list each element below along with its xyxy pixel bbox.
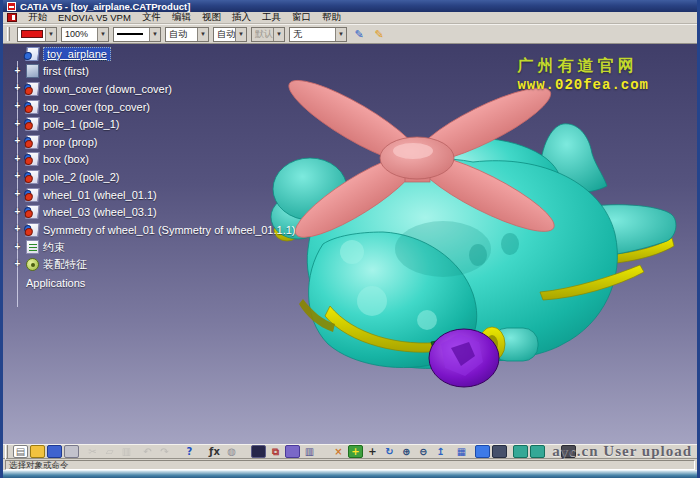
render-style-value: 默认	[255, 28, 273, 41]
expand-icon[interactable]: +	[13, 190, 22, 199]
tree-item-prop[interactable]: + prop (prop)	[8, 133, 296, 151]
open-folder-icon[interactable]	[30, 445, 45, 458]
point-style-combo[interactable]: 自动 ▼	[213, 27, 247, 42]
color-combo[interactable]: ▼	[17, 27, 57, 42]
tree-item-constraints[interactable]: + 约束	[8, 239, 296, 257]
capture-icon[interactable]	[561, 445, 576, 458]
expand-icon[interactable]: +	[13, 225, 22, 234]
fly-mode-icon[interactable]: ×	[331, 445, 346, 458]
expand-icon[interactable]: +	[13, 120, 22, 129]
expand-icon[interactable]: +	[13, 84, 22, 93]
tree-item-applications[interactable]: Applications	[8, 274, 296, 292]
paint-wizard-icon[interactable]: ✎	[371, 27, 387, 42]
part-icon	[25, 223, 39, 237]
wheel-assembly[interactable]	[429, 329, 499, 387]
cut-icon: ✂	[85, 445, 100, 458]
part-icon	[25, 135, 39, 149]
chevron-down-icon[interactable]: ▼	[149, 28, 160, 41]
3d-viewport[interactable]: 广州有道官网 www.020fea.com toy_airplane + fir…	[3, 44, 697, 444]
menu-enovia[interactable]: ENOVIA V5 VPM	[58, 12, 131, 23]
part-icon	[25, 205, 39, 219]
chat-icon[interactable]: ◍	[224, 445, 239, 458]
menu-start[interactable]: 开始	[28, 11, 47, 24]
normal-view-icon[interactable]: ↥	[433, 445, 448, 458]
data-structure-icon[interactable]: ▥	[302, 445, 317, 458]
rotate-icon[interactable]: ↻	[382, 445, 397, 458]
painter-brush-icon[interactable]: ✎	[351, 27, 367, 42]
part-icon	[25, 152, 39, 166]
component-icon	[26, 64, 39, 78]
layer-combo[interactable]: 无 ▼	[289, 27, 347, 42]
expand-icon[interactable]: +	[13, 172, 22, 181]
expand-icon[interactable]: +	[13, 67, 22, 76]
tree-item-symmetry-of-wheel-01[interactable]: + Symmetry of wheel_01 (Symmetry of whee…	[8, 221, 296, 239]
toolbar-grip[interactable]	[5, 445, 8, 459]
line-weight-combo[interactable]: 自动 ▼	[165, 27, 209, 42]
tree-item-pole-2[interactable]: + pole_2 (pole_2)	[8, 168, 296, 186]
tree-item-down-cover[interactable]: + down_cover (down_cover)	[8, 80, 296, 98]
part-icon	[25, 82, 39, 96]
graphic-properties-toolbar: ▼ 100% ▼ ▼ 自动 ▼ 自动 ▼ 默认 ▼ 无 ▼ ✎ ✎	[3, 24, 697, 44]
tree-item-box[interactable]: + box (box)	[8, 151, 296, 169]
menu-help[interactable]: 帮助	[322, 11, 341, 24]
expand-icon[interactable]: +	[13, 243, 22, 252]
catalog-browser-icon[interactable]	[285, 445, 300, 458]
screen-tips-icon[interactable]	[251, 445, 266, 458]
tree-item-top-cover[interactable]: + top_cover (top_cover)	[8, 98, 296, 116]
tree-item-assembly-features[interactable]: + 装配特征	[8, 256, 296, 274]
catia-window: CATIA V5 - [toy_airplane.CATProduct] 开始 …	[0, 0, 700, 478]
menu-window[interactable]: 窗口	[292, 11, 311, 24]
multi-view-icon[interactable]: ▦	[454, 445, 469, 458]
redo-icon: ↷	[157, 445, 172, 458]
expand-icon[interactable]: +	[13, 102, 22, 111]
chevron-down-icon[interactable]: ▼	[45, 28, 56, 41]
tree-item-toy-airplane[interactable]: toy_airplane	[8, 45, 296, 63]
chevron-down-icon[interactable]: ▼	[97, 28, 108, 41]
pan-icon[interactable]: +	[365, 445, 380, 458]
zoom-out-icon[interactable]: ⊖	[416, 445, 431, 458]
wireframe-view-icon[interactable]	[530, 445, 545, 458]
chevron-down-icon[interactable]: ▼	[197, 28, 208, 41]
hidden-line-view-icon[interactable]	[513, 445, 528, 458]
window-title: CATIA V5 - [toy_airplane.CATProduct]	[20, 1, 190, 12]
tree-item-wheel-01[interactable]: + wheel_01 (wheel_01.1)	[8, 186, 296, 204]
menu-view[interactable]: 视图	[202, 11, 221, 24]
expand-icon[interactable]: +	[13, 155, 22, 164]
opacity-combo[interactable]: 100% ▼	[61, 27, 109, 42]
menu-insert[interactable]: 插入	[232, 11, 251, 24]
tree-item-wheel-03[interactable]: + wheel_03 (wheel_03.1)	[8, 203, 296, 221]
link-manager-icon[interactable]: ⧉	[268, 445, 283, 458]
toolbar-grip[interactable]	[7, 27, 10, 41]
menu-file[interactable]: 文件	[142, 11, 161, 24]
tree-item-pole-1[interactable]: + pole_1 (pole_1)	[8, 115, 296, 133]
part-icon	[25, 100, 39, 114]
fit-all-in-icon[interactable]: +	[348, 445, 363, 458]
expand-icon[interactable]: +	[13, 260, 22, 269]
part-icon	[25, 170, 39, 184]
status-message: 选择对象或命令	[5, 460, 695, 470]
line-type-sample	[117, 33, 143, 35]
print-icon[interactable]	[64, 445, 79, 458]
line-type-combo[interactable]: ▼	[113, 27, 161, 42]
layer-value: 无	[293, 28, 302, 41]
part-icon	[25, 117, 39, 131]
help-icon[interactable]: ?	[182, 445, 197, 458]
shaded-view-icon[interactable]	[492, 445, 507, 458]
status-bar: 选择对象或命令	[3, 458, 697, 470]
specification-tree: toy_airplane + first (first) + down_cove…	[8, 45, 296, 291]
title-bar[interactable]: CATIA V5 - [toy_airplane.CATProduct]	[3, 0, 697, 12]
expand-icon[interactable]: +	[13, 137, 22, 146]
save-icon[interactable]	[47, 445, 62, 458]
zoom-in-icon[interactable]: ⊕	[399, 445, 414, 458]
tree-item-first[interactable]: + first (first)	[8, 63, 296, 81]
iso-view-icon[interactable]	[475, 445, 490, 458]
chevron-down-icon[interactable]: ▼	[335, 28, 346, 41]
menu-tools[interactable]: 工具	[262, 11, 281, 24]
menu-edit[interactable]: 编辑	[172, 11, 191, 24]
render-style-combo: 默认 ▼	[251, 27, 285, 42]
new-document-icon[interactable]: ▤	[13, 445, 28, 458]
formula-icon[interactable]: ƒx	[207, 445, 222, 458]
chevron-down-icon[interactable]: ▼	[235, 28, 246, 41]
line-weight-value: 自动	[169, 28, 187, 41]
expand-icon[interactable]: +	[13, 208, 22, 217]
